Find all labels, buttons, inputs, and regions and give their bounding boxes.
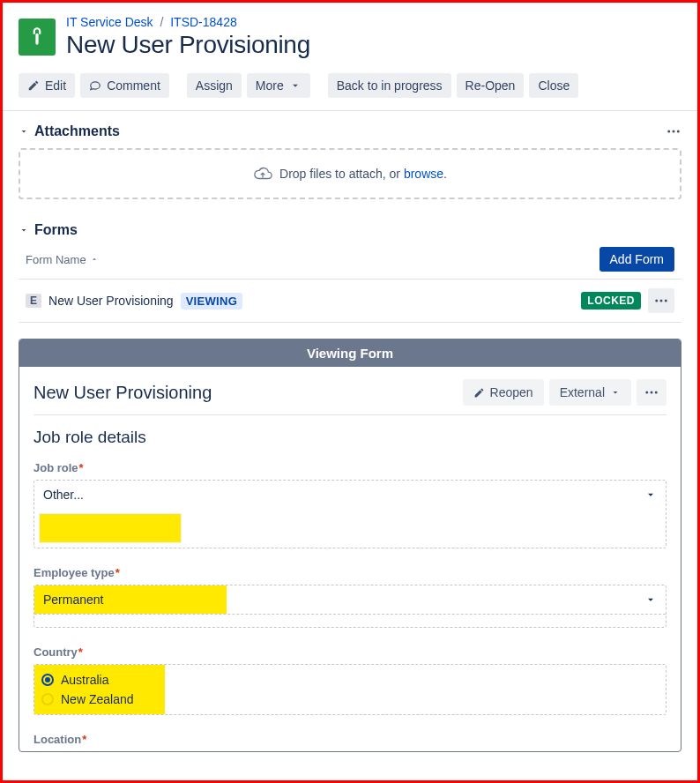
attachments-title: Attachments xyxy=(34,123,120,139)
breadcrumb: IT Service Desk / ITSD-18428 xyxy=(66,15,310,29)
country-label: Country* xyxy=(34,645,666,659)
more-horizontal-icon xyxy=(666,123,681,139)
job-role-other-highlight[interactable] xyxy=(40,514,181,542)
radio-unchecked-icon xyxy=(41,693,54,705)
pencil-icon xyxy=(27,79,40,92)
comment-button[interactable]: Comment xyxy=(80,73,169,98)
chevron-down-icon[interactable] xyxy=(19,225,29,235)
field-job-role: Job role* Other... xyxy=(34,461,666,548)
svg-point-9 xyxy=(655,392,658,394)
forms-title: Forms xyxy=(34,222,78,238)
browse-link[interactable]: browse xyxy=(404,167,443,181)
country-option-label: Australia xyxy=(61,673,108,687)
svg-point-4 xyxy=(655,300,658,302)
svg-point-7 xyxy=(645,392,648,394)
more-button[interactable]: More xyxy=(247,73,310,98)
edit-button-label: Edit xyxy=(45,78,66,93)
svg-point-5 xyxy=(660,300,663,302)
dropzone-text: Drop files to attach, or browse. xyxy=(279,167,447,181)
form-row-menu-button[interactable] xyxy=(648,288,674,313)
page-title: New User Provisioning xyxy=(66,31,310,59)
form-section-title: Job role details xyxy=(34,428,666,447)
form-status-badge: VIEWING xyxy=(181,293,242,309)
form-reopen-button[interactable]: Reopen xyxy=(463,379,544,406)
close-button[interactable]: Close xyxy=(529,73,578,98)
wrench-icon xyxy=(26,26,48,48)
svg-point-3 xyxy=(677,130,680,133)
country-option-label: New Zealand xyxy=(61,692,134,706)
back-to-in-progress-button[interactable]: Back to in progress xyxy=(328,73,451,98)
form-viewer-menu-button[interactable] xyxy=(637,379,666,406)
attachments-menu-button[interactable] xyxy=(666,123,681,139)
employee-type-select[interactable]: Permanent xyxy=(34,585,666,628)
radio-checked-icon xyxy=(41,674,54,686)
form-viewer-banner: Viewing Form xyxy=(19,339,681,367)
add-form-button[interactable]: Add Form xyxy=(599,247,674,272)
job-role-label: Job role* xyxy=(34,461,666,474)
cloud-upload-icon xyxy=(253,164,272,183)
form-reopen-label: Reopen xyxy=(490,385,533,399)
form-type-badge: E xyxy=(26,294,41,308)
field-location: Location* xyxy=(34,733,666,746)
edit-button[interactable]: Edit xyxy=(19,73,75,98)
forms-section: Forms Form Name Add Form E New User Prov… xyxy=(19,222,681,752)
more-horizontal-icon xyxy=(653,293,669,309)
chevron-down-icon xyxy=(289,79,302,92)
forms-column-header[interactable]: Form Name xyxy=(26,253,99,266)
chevron-down-icon[interactable] xyxy=(19,126,29,137)
comment-button-label: Comment xyxy=(107,78,160,93)
employee-type-label: Employee type* xyxy=(34,566,666,579)
chevron-down-icon xyxy=(610,387,621,398)
chevron-down-icon xyxy=(644,593,657,606)
issue-header: IT Service Desk / ITSD-18428 New User Pr… xyxy=(19,15,681,59)
form-locked-badge: LOCKED xyxy=(581,292,641,309)
job-role-other-area xyxy=(34,509,666,548)
attachments-section: Attachments Drop files to attach, or bro… xyxy=(19,123,681,199)
svg-point-8 xyxy=(651,392,653,394)
more-horizontal-icon xyxy=(644,384,659,400)
form-viewer-title: New User Provisioning xyxy=(34,383,212,403)
breadcrumb-project[interactable]: IT Service Desk xyxy=(66,15,153,29)
job-role-value: Other... xyxy=(43,488,84,502)
attachments-dropzone[interactable]: Drop files to attach, or browse. xyxy=(19,148,681,199)
issue-toolbar: Edit Comment Assign More Back to in prog… xyxy=(19,73,681,98)
more-button-label: More xyxy=(256,78,284,93)
comment-icon xyxy=(89,79,101,92)
project-avatar[interactable] xyxy=(19,19,56,56)
field-country: Country* Australia New Zealand xyxy=(34,645,666,715)
location-label: Location* xyxy=(34,733,666,746)
country-option-newzealand[interactable]: New Zealand xyxy=(40,690,158,709)
country-radiogroup: Australia New Zealand xyxy=(34,664,666,715)
form-row[interactable]: E New User Provisioning VIEWING LOCKED xyxy=(19,280,681,323)
job-role-select[interactable]: Other... xyxy=(34,481,666,509)
breadcrumb-issue-key[interactable]: ITSD-18428 xyxy=(170,15,236,29)
employee-type-value: Permanent xyxy=(34,585,227,614)
assign-button[interactable]: Assign xyxy=(187,73,242,98)
toolbar-divider xyxy=(3,110,697,111)
field-employee-type: Employee type* Permanent .emp-wrap .high… xyxy=(34,566,666,628)
sort-asc-icon xyxy=(90,255,99,264)
pencil-icon xyxy=(473,387,485,399)
svg-point-2 xyxy=(673,130,675,133)
form-row-name: New User Provisioning xyxy=(48,294,174,308)
form-viewer: Viewing Form New User Provisioning Reope… xyxy=(19,339,681,752)
form-external-label: External xyxy=(560,385,605,399)
form-external-button[interactable]: External xyxy=(549,379,631,406)
svg-point-6 xyxy=(665,300,667,302)
svg-point-1 xyxy=(667,130,670,133)
breadcrumb-sep: / xyxy=(160,15,163,29)
chevron-down-icon xyxy=(644,488,657,501)
country-option-australia[interactable]: Australia xyxy=(40,670,158,690)
reopen-button[interactable]: Re-Open xyxy=(457,73,525,98)
svg-rect-0 xyxy=(35,34,38,45)
